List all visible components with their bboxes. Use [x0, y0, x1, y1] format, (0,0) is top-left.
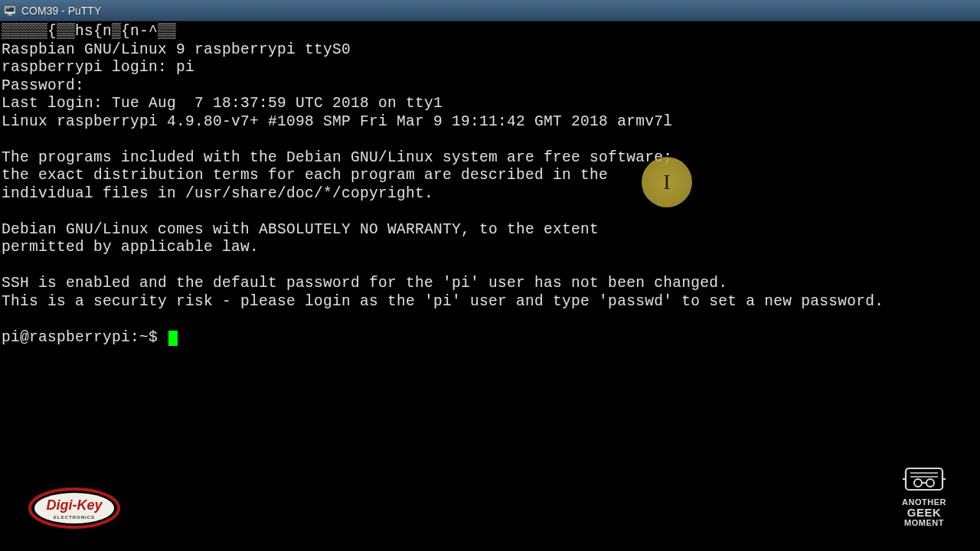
terminal-motd-line1: The programs included with the Debian GN…	[2, 149, 672, 166]
agm-line3: MOMENT	[902, 518, 946, 527]
terminal-area[interactable]: ▒▒▒▒▒{▒▒hs{n▒{n-^▒▒ Raspbian GNU/Linux 9…	[0, 21, 980, 551]
terminal-last-login: Last login: Tue Aug 7 18:37:59 UTC 2018 …	[2, 95, 443, 112]
terminal-password-prompt: Password:	[2, 77, 84, 94]
terminal-shell-prompt: pi@raspberrypi:~$	[2, 329, 167, 346]
terminal-ssh-warning-line2: This is a security risk - please login a…	[2, 293, 884, 310]
terminal-login-prompt: raspberrypi login: pi	[2, 59, 194, 76]
terminal-ssh-warning-line1: SSH is enabled and the default password …	[2, 275, 727, 292]
svg-rect-9	[906, 468, 942, 490]
terminal-motd-line3: individual files in /usr/share/doc/*/cop…	[2, 185, 433, 202]
svg-rect-1	[6, 7, 15, 11]
digikey-logo: Digi-Key ELECTRONICS	[28, 487, 121, 530]
svg-text:Digi-Key: Digi-Key	[46, 497, 103, 513]
putty-icon	[3, 4, 17, 18]
window-title: COM39 - PuTTY	[21, 5, 101, 17]
another-geek-moment-logo: ANOTHER GEEK MOMENT	[897, 465, 951, 528]
svg-rect-2	[7, 8, 10, 8]
svg-rect-3	[8, 14, 11, 15]
window-titlebar: COM39 - PuTTY	[0, 0, 980, 21]
terminal-motd-line2: the exact distribution terms for each pr…	[2, 167, 608, 184]
terminal-kernel: Linux raspberrypi 4.9.80-v7+ #1098 SMP F…	[2, 113, 672, 130]
svg-rect-4	[8, 15, 13, 15]
terminal-motd-line4: Debian GNU/Linux comes with ABSOLUTELY N…	[2, 221, 599, 238]
agm-text: ANOTHER GEEK MOMENT	[902, 497, 946, 527]
svg-point-12	[914, 479, 922, 487]
svg-point-13	[926, 479, 934, 487]
terminal-motd-line5: permitted by applicable law.	[2, 239, 259, 256]
svg-text:ELECTRONICS: ELECTRONICS	[54, 515, 95, 520]
terminal-garbage: ▒▒▒▒▒{▒▒hs{n▒{n-^▒▒	[2, 23, 176, 40]
terminal-cursor	[168, 331, 178, 346]
terminal-banner: Raspbian GNU/Linux 9 raspberrypi ttyS0	[2, 41, 351, 58]
agm-line2: GEEK	[902, 507, 946, 518]
